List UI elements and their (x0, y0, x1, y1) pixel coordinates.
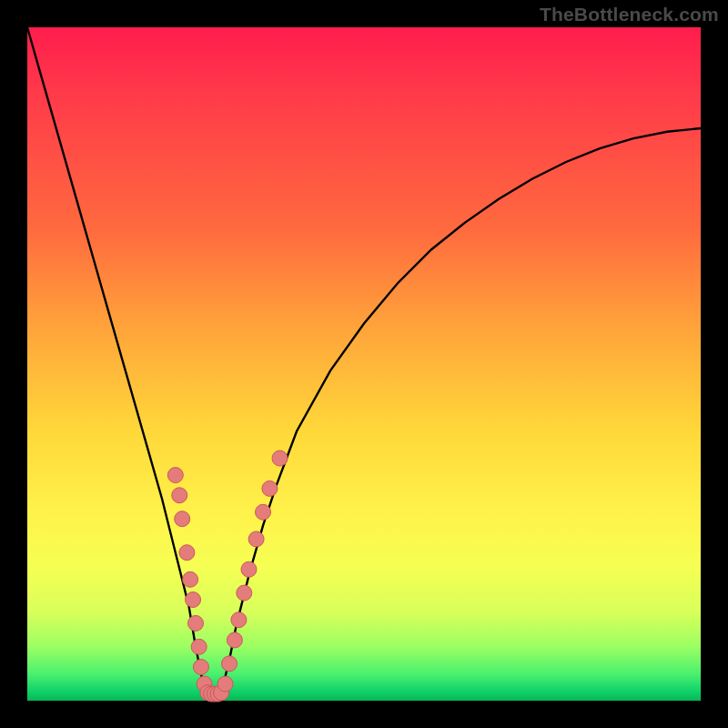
sample-dot (172, 488, 187, 503)
sample-dot (193, 660, 208, 675)
sample-dot (237, 585, 252, 601)
sample-dot (175, 511, 190, 527)
chart-frame: TheBottleneck.com (0, 0, 728, 728)
sample-dot (262, 480, 278, 496)
sample-dots (167, 450, 288, 702)
plot-area (27, 27, 701, 701)
sample-dot (179, 545, 195, 561)
sample-dot (272, 450, 288, 466)
sample-dot (188, 615, 204, 631)
sample-dot (217, 676, 233, 692)
sample-dot (222, 656, 238, 672)
sample-dot (183, 571, 198, 587)
sample-dot (241, 561, 257, 577)
bottleneck-curve (27, 27, 701, 701)
sample-dot (186, 592, 201, 608)
sample-dot (227, 632, 242, 648)
sample-dot (167, 468, 183, 483)
sample-dot (191, 639, 207, 654)
bottleneck-curve-svg (27, 27, 701, 701)
attribution-text: TheBottleneck.com (540, 4, 719, 25)
sample-dot (231, 612, 247, 628)
sample-dot (256, 504, 271, 520)
sample-dot (248, 531, 264, 547)
